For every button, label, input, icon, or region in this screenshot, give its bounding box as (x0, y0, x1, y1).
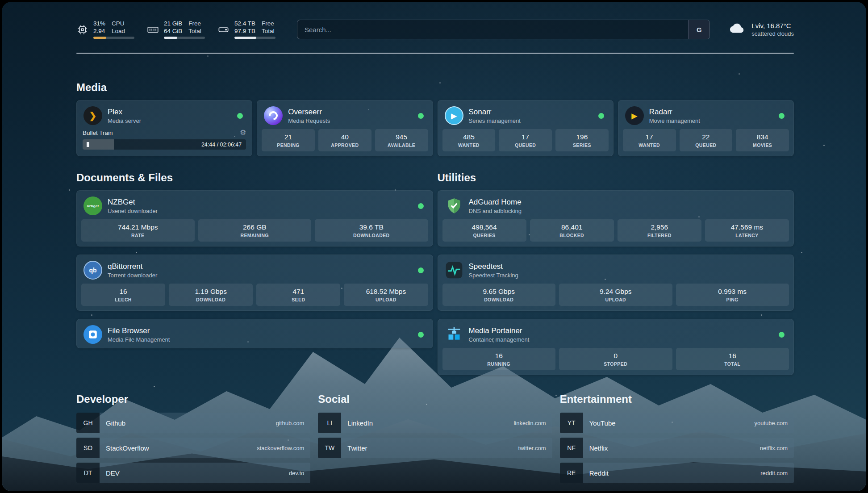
disk-total-label: Total (262, 28, 275, 35)
disk-free-label: Free (262, 20, 275, 28)
topbar: 31% 2.94 CPU Load (76, 18, 794, 41)
stat-movies: 834 MOVIES (736, 129, 789, 151)
service-subtitle: Series management (469, 117, 593, 124)
disk-widget: 52.4 TB 97.9 TB Free Total (217, 20, 275, 39)
weather-condition: scattered clouds (751, 30, 794, 37)
cpu-icon (76, 24, 88, 36)
bookmark-linkedin[interactable]: LI LinkedIn linkedin.com (318, 413, 552, 433)
cloud-icon (729, 20, 746, 39)
section-title-documents: Documents & Files (76, 171, 433, 184)
service-name: AdGuard Home (469, 198, 787, 207)
bookmark-youtube[interactable]: YT YouTube youtube.com (560, 413, 794, 433)
portainer-icon (445, 325, 463, 344)
cpu-usage-value: 31% (93, 20, 105, 28)
status-dot (418, 267, 424, 273)
stat-available: 945 AVAILABLE (375, 129, 428, 151)
bookmarks-developer: Developer GH Github github.com SO StackO… (76, 393, 310, 488)
overseerr-icon (264, 106, 283, 125)
speedtest-icon (445, 261, 463, 280)
service-subtitle: Media File Management (108, 336, 413, 343)
status-dot (779, 332, 785, 338)
service-card-nzbget[interactable]: nzbget NZBGet Usenet downloader 744.21 M… (76, 190, 433, 246)
bookmark-url: twitter.com (518, 438, 552, 458)
bookmark-twitter[interactable]: TW Twitter twitter.com (318, 438, 552, 458)
dashboard-content: 31% 2.94 CPU Load (2, 2, 866, 491)
disk-free-value: 52.4 TB (234, 20, 255, 28)
disk-progress-fill (234, 37, 256, 39)
bookmark-url: github.com (276, 413, 311, 433)
bookmark-url: linkedin.com (513, 413, 552, 433)
service-card-filebrowser[interactable]: File Browser Media File Management (76, 319, 433, 348)
disk-icon (217, 24, 230, 36)
search-bar: G (297, 20, 710, 39)
bookmark-abbr: LI (318, 413, 341, 433)
service-subtitle: Container management (469, 336, 774, 343)
service-card-sonarr[interactable]: ▶ Sonarr Series management 485 WANTED 17… (438, 100, 613, 156)
service-name: Overseerr (288, 108, 412, 117)
stat-queries: 498,564 QUERIES (442, 219, 526, 242)
adguard-icon (445, 196, 463, 215)
service-name: Media Portainer (469, 326, 774, 335)
search-provider-button[interactable]: G (688, 20, 709, 39)
bookmark-url: youtube.com (755, 413, 794, 433)
service-name: Plex (108, 108, 232, 117)
radarr-icon: ▶ (625, 106, 644, 125)
status-dot (237, 113, 243, 119)
service-subtitle: DNS and adblocking (469, 208, 787, 214)
bookmark-name: YouTube (583, 413, 755, 433)
bookmark-dev[interactable]: DT DEV dev.to (76, 463, 310, 483)
service-subtitle: Torrent downloader (108, 272, 413, 279)
memory-widget: 21 GiB 64 GiB Free Total (147, 20, 205, 39)
service-name: File Browser (108, 326, 413, 335)
status-dot (418, 113, 424, 119)
section-title-media: Media (76, 81, 794, 94)
status-dot (779, 113, 785, 119)
service-subtitle: Movie management (649, 117, 773, 124)
bookmark-stackoverflow[interactable]: SO StackOverflow stackoverflow.com (76, 438, 310, 458)
pause-icon[interactable] (87, 142, 89, 147)
disk-total-value: 97.9 TB (234, 28, 255, 35)
bookmarks-entertainment: Entertainment YT YouTube youtube.com NF … (560, 393, 794, 488)
stat-leech: 16 LEECH (81, 284, 165, 306)
search-input[interactable] (297, 20, 688, 39)
cpu-widget: 31% 2.94 CPU Load (76, 20, 134, 39)
service-name: Sonarr (469, 108, 593, 117)
service-card-overseerr[interactable]: Overseerr Media Requests 21 PENDING 40 A… (257, 100, 433, 156)
disk-progress-track (234, 37, 275, 39)
bookmarks-section: Developer GH Github github.com SO StackO… (76, 393, 794, 488)
settings-icon[interactable]: ⚙ (240, 129, 246, 136)
stat-filtered: 2,956 FILTERED (618, 219, 701, 242)
section-title-social: Social (318, 393, 552, 405)
stat-pending: 21 PENDING (262, 129, 315, 151)
stat-ping: 0.993 ms PING (676, 284, 789, 306)
bookmark-netflix[interactable]: NF Netflix netflix.com (560, 438, 794, 458)
status-dot (598, 113, 604, 119)
stat-queued: 17 QUEUED (499, 129, 552, 151)
weather-widget[interactable]: Lviv, 16.87°C scattered clouds (729, 20, 794, 39)
stat-rate: 744.21 Mbps RATE (81, 219, 195, 242)
bookmark-name: Netflix (583, 438, 760, 458)
sonarr-icon: ▶ (445, 106, 463, 125)
cpu-load-label: Load (112, 28, 125, 35)
cpu-usage-label: CPU (112, 20, 125, 28)
bookmark-abbr: GH (76, 413, 100, 433)
bookmark-abbr: RE (560, 463, 583, 483)
service-card-adguard[interactable]: AdGuard Home DNS and adblocking 498,564 … (438, 190, 794, 246)
playback-progress-bar[interactable]: 24:44 / 02:06:47 (83, 139, 246, 150)
nzbget-icon: nzbget (83, 196, 102, 215)
service-name: qBittorrent (108, 262, 413, 271)
bookmark-url: netflix.com (760, 438, 794, 458)
bookmark-reddit[interactable]: RE Reddit reddit.com (560, 463, 794, 483)
service-subtitle: Media Requests (288, 117, 412, 124)
service-card-portainer[interactable]: Media Portainer Container management 16 … (438, 319, 794, 375)
bookmark-github[interactable]: GH Github github.com (76, 413, 310, 433)
service-card-qbittorrent[interactable]: qb qBittorrent Torrent downloader 16 LEE… (76, 255, 433, 311)
memory-total-label: Total (188, 28, 201, 35)
service-card-plex[interactable]: ❯ Plex Media server Bullet Train ⚙ (76, 100, 252, 156)
stat-running: 16 RUNNING (442, 348, 556, 370)
bookmark-abbr: DT (76, 463, 100, 483)
service-card-radarr[interactable]: ▶ Radarr Movie management 17 WANTED 22 Q… (618, 100, 794, 156)
stat-approved: 40 APPROVED (318, 129, 371, 151)
bookmark-name: StackOverflow (100, 438, 257, 458)
service-card-speedtest[interactable]: Speedtest Speedtest Tracking 9.65 Gbps D… (438, 255, 794, 311)
